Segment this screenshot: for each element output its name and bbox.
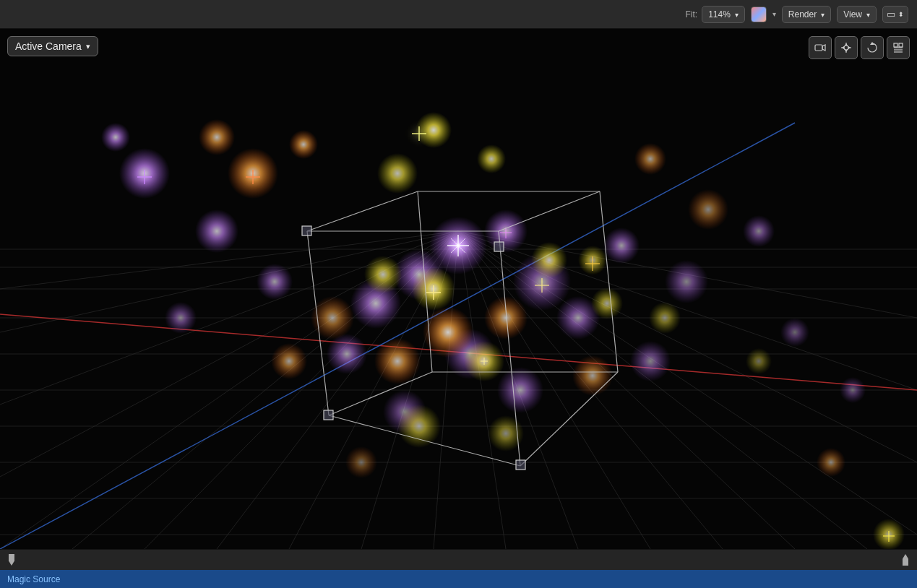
svg-marker-131	[848, 46, 851, 49]
svg-point-77	[649, 302, 681, 334]
svg-point-74	[397, 405, 441, 448]
move-icon-btn[interactable]	[835, 36, 858, 59]
svg-rect-120	[516, 460, 525, 470]
svg-point-47	[665, 260, 708, 303]
svg-point-45	[630, 341, 671, 381]
svg-marker-130	[842, 46, 844, 49]
camera-dropdown[interactable]: Active Camera ▾	[7, 36, 98, 56]
move-icon	[840, 42, 852, 53]
svg-rect-119	[324, 410, 333, 420]
timeline-bar	[0, 550, 917, 570]
svg-point-123	[844, 46, 848, 50]
fit-group: Fit: 114%	[685, 6, 744, 23]
svg-point-55	[101, 123, 130, 152]
svg-point-66	[688, 189, 728, 230]
svg-point-67	[817, 448, 845, 477]
svg-point-72	[591, 287, 623, 319]
svg-point-50	[840, 377, 866, 403]
svg-point-57	[484, 296, 528, 340]
svg-point-81	[416, 112, 452, 148]
svg-point-71	[531, 242, 567, 278]
svg-point-49	[780, 318, 809, 347]
fit-label: Fit:	[685, 9, 697, 20]
svg-marker-128	[845, 43, 848, 46]
svg-point-53	[165, 302, 197, 334]
svg-point-48	[743, 215, 775, 247]
view-dropdown[interactable]: View	[837, 6, 877, 23]
svg-point-63	[199, 119, 235, 155]
top-toolbar: Fit: 114% ▾ Render View ▭ ⬍	[0, 0, 917, 29]
aspect-stepper-icon: ⬍	[898, 11, 904, 18]
svg-point-73	[364, 256, 402, 293]
camera-icon-btn[interactable]	[809, 36, 832, 59]
fit-chevron-icon	[733, 9, 739, 20]
svg-point-59	[572, 355, 613, 396]
color-chevron-icon[interactable]: ▾	[772, 10, 776, 18]
svg-point-68	[345, 446, 377, 478]
layout-icon	[892, 42, 904, 53]
rotate-icon	[866, 42, 878, 53]
svg-point-80	[377, 153, 418, 194]
svg-point-58	[374, 338, 421, 384]
svg-point-44	[497, 367, 543, 413]
svg-point-42	[327, 334, 367, 374]
aspect-ratio-icon: ▭	[887, 9, 895, 20]
camera-controls: Active Camera ▾	[7, 36, 98, 56]
svg-point-65	[634, 143, 666, 175]
render-chevron-icon	[819, 9, 825, 20]
svg-point-82	[477, 144, 506, 173]
camera-label: Active Camera	[15, 40, 82, 52]
color-swatch[interactable]	[751, 7, 767, 22]
fit-dropdown[interactable]: 114%	[702, 6, 745, 23]
svg-point-51	[257, 264, 293, 300]
camera-icon	[814, 42, 826, 53]
layout-icon-btn[interactable]	[887, 36, 910, 59]
render-dropdown[interactable]: Render	[782, 6, 831, 23]
svg-marker-122	[822, 45, 825, 51]
svg-rect-117	[302, 226, 311, 235]
timeline-area: Magic Source	[0, 549, 917, 588]
svg-rect-134	[899, 43, 903, 47]
timeline-track: Magic Source	[0, 570, 917, 588]
svg-point-78	[746, 348, 772, 374]
view-chevron-icon	[865, 9, 870, 20]
camera-chevron-icon: ▾	[86, 42, 90, 51]
svg-point-64	[289, 130, 318, 159]
viewport[interactable]: Active Camera ▾	[0, 29, 917, 549]
viewport-view-controls	[809, 36, 910, 59]
aspect-ratio-btn[interactable]: ▭ ⬍	[882, 6, 908, 23]
svg-rect-118	[494, 242, 504, 251]
timeline-end-marker	[903, 554, 908, 566]
scene-canvas	[0, 29, 917, 549]
svg-point-46	[603, 228, 640, 264]
svg-point-52	[195, 209, 238, 253]
svg-marker-129	[845, 50, 848, 52]
timeline-track-label: Magic Source	[7, 574, 60, 584]
svg-rect-121	[815, 45, 822, 51]
svg-point-61	[271, 343, 307, 379]
rotate-icon-btn[interactable]	[861, 36, 884, 59]
timeline-start-marker	[9, 554, 14, 566]
svg-rect-133	[894, 43, 897, 47]
